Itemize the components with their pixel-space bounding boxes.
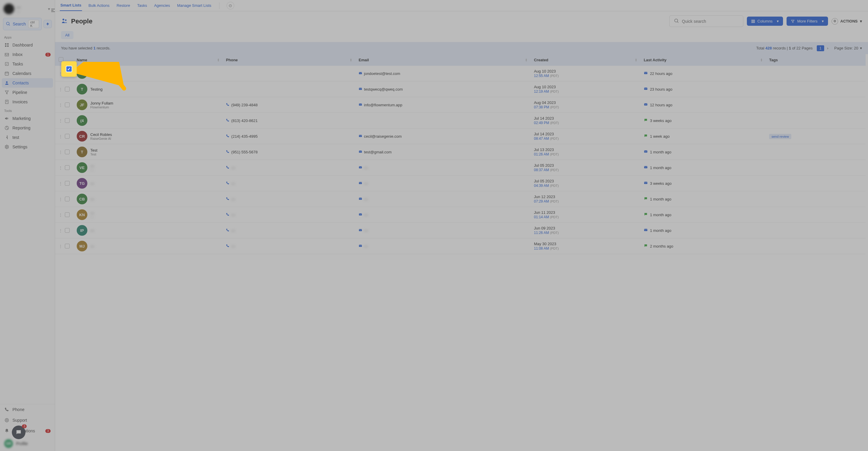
columns-button[interactable]: Columns ▾ <box>747 17 783 26</box>
mail-icon <box>359 197 362 201</box>
tags-cell <box>766 97 866 113</box>
tab-manage-smart-lists[interactable]: Manage Smart Lists <box>177 0 212 11</box>
sidebar-item-label: Calendars <box>12 71 31 76</box>
table-row[interactable]: ⋮TTestTest(951) 555-5678test@gmail.comJu… <box>55 144 866 160</box>
sidebar-item-support[interactable]: Support <box>0 415 55 425</box>
table-row[interactable]: ⋮JFJonny FullamFlowmentum(949) 239-4848i… <box>55 97 866 113</box>
row-checkbox[interactable] <box>65 118 70 123</box>
row-menu-icon[interactable]: ⋮ <box>59 134 62 138</box>
filter-chip-all[interactable]: All <box>61 31 73 39</box>
created-date: May 30 2023 <box>534 241 637 246</box>
row-checkbox[interactable] <box>65 102 70 107</box>
row-menu-icon[interactable]: ⋮ <box>59 228 62 233</box>
email-cell: jondoetest@test.com <box>355 66 530 82</box>
bolt-button[interactable] <box>43 20 52 28</box>
col-last-activity[interactable]: Last Activity▲▼ <box>640 54 766 66</box>
sidebar-item-invoices[interactable]: Invoices <box>0 97 55 107</box>
row-checkbox[interactable] <box>65 134 70 138</box>
chat-widget[interactable]: 3 <box>12 425 26 439</box>
tab-agencies[interactable]: Agencies <box>153 0 170 11</box>
table-row[interactable]: ⋮KN————Jun 11 202301:14 AM (PDT)1 month … <box>55 207 866 223</box>
table-row[interactable]: ⋮VE————Jul 05 202308:37 AM (PDT)1 month … <box>55 160 866 175</box>
mail-icon <box>644 87 648 92</box>
tab-smart-lists[interactable]: Smart Lists <box>60 0 82 11</box>
table-row[interactable]: ⋮CB———Jun 12 202307:29 AM (PDT)1 month a… <box>55 191 866 207</box>
sidebar-item-calendars[interactable]: Calendars <box>0 69 55 78</box>
sidebar-item-inbox[interactable]: Inbox1 <box>0 50 55 59</box>
row-checkbox[interactable] <box>65 150 70 154</box>
row-menu-icon[interactable]: ⋮ <box>59 181 62 186</box>
row-checkbox[interactable] <box>65 71 70 76</box>
sidebar-item-reporting[interactable]: Reporting <box>0 123 55 133</box>
row-menu-icon[interactable]: ⋮ <box>59 165 62 170</box>
pipeline-icon <box>4 90 9 95</box>
table-row[interactable]: ⋮(4(813) 420-8621Jul 14 202302:49 PM (PD… <box>55 113 866 129</box>
sidebar-item-marketing[interactable]: Marketing <box>0 114 55 123</box>
chevron-down-icon: ▾ <box>822 19 824 23</box>
gear-icon[interactable]: ⊙ <box>226 2 234 9</box>
col-email[interactable]: Email▲▼ <box>355 54 530 66</box>
row-menu-icon[interactable]: ⋮ <box>59 87 62 92</box>
email-cell: cecil@raisegenie.com <box>355 129 530 144</box>
row-menu-icon[interactable]: ⋮ <box>59 119 62 123</box>
row-menu-icon[interactable]: ⋮ <box>59 213 62 217</box>
row-menu-icon[interactable]: ⋮ <box>59 244 62 249</box>
table-row[interactable]: ⋮MJ———May 30 202311:08 AM (PDT)2 months … <box>55 238 866 254</box>
row-menu-icon[interactable]: ⋮ <box>59 103 62 107</box>
columns-label: Columns <box>757 19 773 23</box>
created-tz: (PDT) <box>550 153 559 156</box>
sidebar-item-settings[interactable]: Settings <box>0 142 55 152</box>
select-all-checkbox[interactable] <box>59 57 63 62</box>
page-size-select[interactable]: Page Size: 20 ▾ <box>834 46 862 50</box>
sidebar-item-contacts[interactable]: Contacts <box>2 78 53 88</box>
row-menu-icon[interactable]: ⋮ <box>59 197 62 201</box>
chat-icon <box>644 244 648 249</box>
table-row[interactable]: ⋮TTestingtestqwecq@qweq.comAug 10 202312… <box>55 82 866 97</box>
sidebar-item-label: Phone <box>12 407 24 412</box>
row-checkbox[interactable] <box>65 87 70 92</box>
col-name[interactable]: Name▲▼ <box>73 54 222 66</box>
sidebar-item-pipeline[interactable]: Pipeline <box>0 88 55 97</box>
row-checkbox[interactable] <box>65 197 70 201</box>
quick-search-input[interactable] <box>682 19 739 24</box>
row-checkbox[interactable] <box>65 244 70 249</box>
col-phone[interactable]: Phone▲▼ <box>222 54 355 66</box>
row-checkbox[interactable] <box>65 212 70 217</box>
more-filters-button[interactable]: More Filters ▾ <box>786 17 828 26</box>
tab-bulk-actions[interactable]: Bulk Actions <box>88 0 110 11</box>
last-activity: 23 hours ago <box>650 87 673 92</box>
svg-rect-44 <box>359 213 362 215</box>
brand-area[interactable]: — — <box>4 4 21 14</box>
quick-search[interactable] <box>669 15 743 27</box>
row-checkbox[interactable] <box>65 228 70 233</box>
sidebar-item-test[interactable]: test <box>0 133 55 142</box>
sidebar-toggle-icon[interactable] <box>50 8 56 14</box>
row-menu-icon[interactable]: ⋮ <box>59 150 62 154</box>
actions-button[interactable]: ⚙ ACTIONS ▾ <box>832 18 862 25</box>
contact-name: — <box>90 164 94 168</box>
sidebar-item-notifications[interactable]: Notifications3 <box>0 425 55 436</box>
tab-tasks[interactable]: Tasks <box>136 0 148 11</box>
search-button[interactable]: Search ctrl K <box>3 18 42 30</box>
table-row[interactable]: ⋮IP———Jun 09 202311:26 AM (PDT)1 month a… <box>55 223 866 238</box>
tag-chip[interactable]: send review <box>769 134 791 139</box>
user-profile[interactable]: GR Profile <box>0 436 55 451</box>
mail-icon <box>359 229 362 233</box>
row-checkbox[interactable] <box>65 181 70 186</box>
phone-cell: (813) 420-8621 <box>222 113 355 129</box>
sidebar-item-dashboard[interactable]: Dashboard <box>0 40 55 50</box>
sidebar-item-phone[interactable]: Phone <box>0 404 55 415</box>
current-page[interactable]: 1 <box>817 45 824 51</box>
table-row[interactable]: ⋮CRCecil RoblesRaiseGenie AI(214) 435-49… <box>55 129 866 144</box>
sidebar-item-tasks[interactable]: Tasks <box>0 59 55 69</box>
last-activity: 1 month ago <box>650 213 671 217</box>
col-created[interactable]: Created▲▼ <box>530 54 640 66</box>
tags-cell <box>766 82 866 97</box>
row-menu-icon[interactable]: ⋮ <box>59 71 62 76</box>
next-page-icon[interactable]: › <box>825 45 830 51</box>
phone-cell: (214) 435-4995 <box>222 129 355 144</box>
row-checkbox[interactable] <box>65 165 70 170</box>
table-row[interactable]: ⋮TG———Jul 05 202304:39 AM (PDT)3 weeks a… <box>55 175 866 191</box>
table-row[interactable]: ⋮TTest Jon Doejondoetest@test.comAug 10 … <box>55 66 866 82</box>
tab-restore[interactable]: Restore <box>116 0 131 11</box>
